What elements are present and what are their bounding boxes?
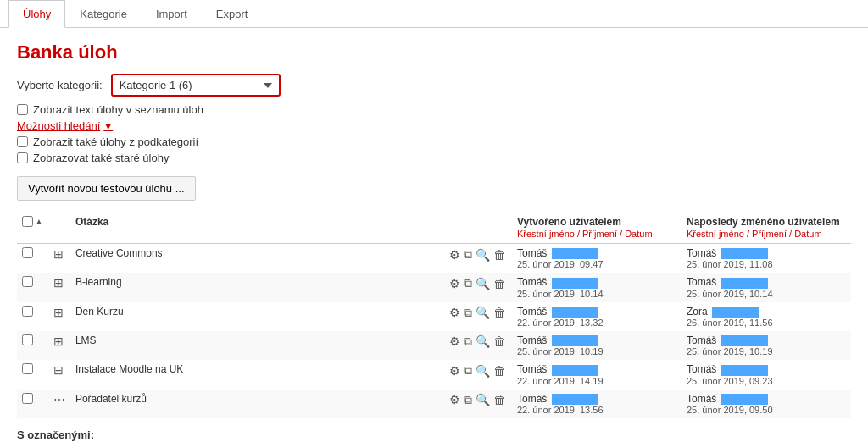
copy-icon[interactable]: ⧉ [464,393,472,407]
settings-icon[interactable]: ⚙ [449,306,460,319]
action-icons: ⚙⧉🔍🗑 [449,334,507,349]
created-firstname: Tomáš [517,306,547,318]
tab-kategorie[interactable]: Kategorie [65,0,142,27]
bottom-label: S označenými: [17,428,851,441]
question-type-icon: ⊞ [53,306,64,319]
action-icons: ⚙⧉🔍🗑 [449,276,507,290]
delete-icon[interactable]: 🗑 [493,306,505,319]
created-cell: Tomáš 25. únor 2019, 09.47 [512,244,682,273]
copy-icon[interactable]: ⧉ [464,363,472,378]
copy-icon[interactable]: ⧉ [464,247,472,262]
modified-date: 25. únor 2019, 11.08 [687,259,846,269]
show-text-label: Zobrazit text úlohy v seznamu úloh [33,103,203,116]
settings-icon[interactable]: ⚙ [449,248,460,262]
created-surname [552,394,598,405]
action-icons: ⚙⧉🔍🗑 [449,393,507,407]
created-date: 25. únor 2019, 10.14 [517,289,676,299]
question-name: Den Kurzu [75,306,124,318]
delete-icon[interactable]: 🗑 [493,248,505,262]
modified-date: 25. únor 2019, 10.19 [687,346,846,356]
modified-cell: Zora 26. únor 2019, 11.56 [682,302,851,331]
table-row: ⋯Pořadatel kurzů⚙⧉🔍🗑 Tomáš 22. únor 2019… [17,390,851,418]
created-firstname: Tomáš [517,276,547,288]
modified-firstname: Tomáš [687,276,716,288]
row-checkbox[interactable] [22,306,33,317]
preview-icon[interactable]: 🔍 [476,277,490,290]
row-checkbox[interactable] [22,276,33,287]
preview-icon[interactable]: 🔍 [476,364,490,378]
preview-icon[interactable]: 🔍 [476,393,490,406]
select-all-checkbox[interactable] [22,216,33,227]
row-checkbox[interactable] [22,393,33,404]
th-actions [444,213,512,244]
modified-cell: Tomáš 25. únor 2019, 09.50 [682,390,851,418]
modified-col-label: Naposledy změněno uživatelem [687,216,840,228]
search-options-toggle[interactable]: Možnosti hledání ▼ [17,119,851,132]
created-firstname: Tomáš [517,334,547,346]
settings-icon[interactable]: ⚙ [449,334,460,348]
preview-icon[interactable]: 🔍 [476,248,490,262]
modified-surname [721,248,768,259]
preview-icon[interactable]: 🔍 [476,306,490,319]
settings-icon[interactable]: ⚙ [449,364,460,378]
show-text-row: Zobrazit text úlohy v seznamu úloh [17,103,851,116]
delete-icon[interactable]: 🗑 [493,393,505,406]
modified-date: 25. únor 2019, 10.14 [687,289,846,299]
action-icons: ⚙⧉🔍🗑 [449,247,507,262]
bottom-section: S označenými: Odstranit Přesunout do >> … [17,428,851,442]
table-row: ⊞LMS⚙⧉🔍🗑 Tomáš 25. únor 2019, 10.19 Tomá… [17,331,851,360]
top-navigation: Úlohy Kategorie Import Export [0,0,868,28]
delete-icon[interactable]: 🗑 [493,364,505,378]
table-row: ⊟Instalace Moodle na UK⚙⧉🔍🗑 Tomáš 22. ún… [17,360,851,389]
th-check: ▲ [17,213,48,244]
settings-icon[interactable]: ⚙ [449,393,460,406]
modified-surname [721,278,768,289]
new-question-button[interactable]: Vytvořit novou testovou úlohu ... [17,176,196,201]
tab-export[interactable]: Export [202,0,263,27]
modified-firstname: Zora [687,306,708,318]
category-select[interactable]: Kategorie 1 (6) [111,74,281,97]
created-date: 22. únor 2019, 13.32 [517,318,676,328]
settings-icon[interactable]: ⚙ [449,277,460,290]
tab-import[interactable]: Import [142,0,202,27]
created-surname [552,248,598,259]
created-firstname: Tomáš [517,247,547,259]
search-options-label: Možnosti hledání [17,119,100,132]
created-cell: Tomáš 25. únor 2019, 10.14 [512,273,682,301]
show-old-label: Zobrazovat také staré úlohy [33,152,169,164]
delete-icon[interactable]: 🗑 [493,334,505,348]
created-date: 22. únor 2019, 13.56 [517,405,676,415]
row-checkbox[interactable] [22,334,33,345]
show-text-checkbox[interactable] [17,104,28,115]
question-type-icon: ⊞ [53,334,64,348]
show-subcategories-checkbox[interactable] [17,136,28,147]
th-question: Otázka [70,213,444,244]
modified-surname [721,365,768,376]
tab-ulohy[interactable]: Úlohy [8,0,65,28]
copy-icon[interactable]: ⧉ [464,334,472,349]
th-type [48,213,70,244]
modified-firstname: Tomáš [687,334,716,346]
table-row: ⊞B-learning⚙⧉🔍🗑 Tomáš 25. únor 2019, 10.… [17,273,851,301]
question-col-label: Otázka [75,216,108,228]
created-date: 25. únor 2019, 10.19 [517,346,676,356]
modified-date: 26. únor 2019, 11.56 [687,318,846,328]
copy-icon[interactable]: ⧉ [464,306,472,320]
modified-cell: Tomáš 25. únor 2019, 11.08 [682,244,851,273]
question-type-icon: ⊟ [53,363,64,377]
created-cell: Tomáš 25. únor 2019, 10.19 [512,331,682,360]
copy-icon[interactable]: ⧉ [464,276,472,290]
created-surname [552,307,598,318]
row-checkbox[interactable] [22,247,33,258]
preview-icon[interactable]: 🔍 [476,334,490,348]
show-old-checkbox[interactable] [17,152,28,163]
row-checkbox[interactable] [22,363,33,374]
delete-icon[interactable]: 🗑 [493,277,505,290]
modified-surname [721,335,768,346]
modified-col-sub: Křestní jméno / Příjmení / Datum [687,229,822,239]
created-firstname: Tomáš [517,393,547,405]
main-content: Banka úloh Vyberte kategorii: Kategorie … [0,28,868,442]
modified-cell: Tomáš 25. únor 2019, 10.14 [682,273,851,301]
sort-icon[interactable]: ▲ [35,217,43,226]
question-name: B-learning [75,276,122,288]
